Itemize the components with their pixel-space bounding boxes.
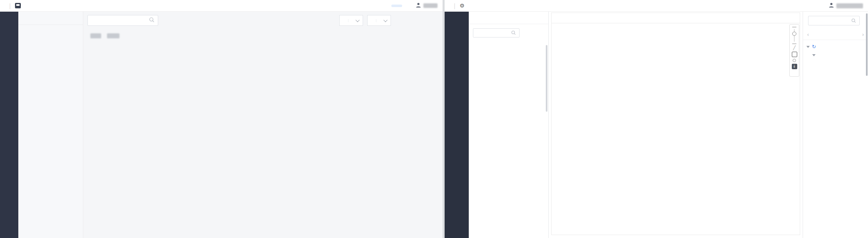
- monitor-module-icon: [15, 3, 21, 8]
- panel-title: [469, 12, 548, 24]
- panel-scrollbar[interactable]: [866, 13, 868, 76]
- category-blurred: [107, 33, 119, 38]
- user-name-blurred: [836, 3, 863, 8]
- algorithm-root-node[interactable]: ↻: [803, 43, 868, 51]
- fit-view-icon[interactable]: [792, 52, 797, 57]
- tabs-scroll-left-icon[interactable]: ‹: [807, 32, 809, 38]
- right-app-header: | ⚙: [445, 0, 868, 12]
- gear-icon: ⚙: [460, 3, 465, 9]
- filter-bar: [339, 15, 391, 26]
- search-icon[interactable]: [511, 29, 516, 37]
- pan-tool-icon[interactable]: ↓: [792, 64, 797, 69]
- indicator-menu-panel: [18, 12, 83, 238]
- tabs-scroll-right-icon[interactable]: ›: [862, 32, 864, 38]
- filter-indicator-status[interactable]: [367, 15, 391, 26]
- left-primary-sidebar: [0, 12, 18, 238]
- user-avatar-icon[interactable]: [828, 2, 834, 10]
- model-tree: [469, 43, 548, 238]
- model-group-panel: [469, 12, 549, 238]
- right-primary-sidebar: [445, 12, 469, 238]
- zoom-in-tick[interactable]: [792, 27, 796, 28]
- chevron-down-icon: [383, 18, 388, 22]
- panel-tabs: ‹ ›: [803, 29, 868, 40]
- connector-tool-icon[interactable]: ╱: [793, 46, 796, 50]
- model-search-input[interactable]: [473, 28, 520, 38]
- caret-down-icon[interactable]: [812, 54, 816, 56]
- caret-down-icon[interactable]: [806, 46, 810, 48]
- indicator-cards-grid: [85, 58, 436, 238]
- canvas-zoom-palette: ╱ ↓: [789, 24, 799, 77]
- filter-indicator-attribute[interactable]: [339, 15, 363, 26]
- chevron-down-icon: [356, 18, 360, 22]
- monitor-app-window: |: [0, 0, 443, 238]
- user-name-blurred: [423, 3, 438, 8]
- search-icon[interactable]: [149, 17, 154, 24]
- refresh-icon[interactable]: ↻: [812, 44, 816, 50]
- tree-scrollbar[interactable]: [546, 45, 547, 112]
- indicator-content: [83, 12, 443, 238]
- count-blurred: [90, 33, 101, 38]
- divider: |: [454, 2, 455, 9]
- algorithm-group-node[interactable]: [803, 51, 868, 59]
- algorithm-search-input[interactable]: [808, 16, 860, 25]
- nav-monitor-warning[interactable]: [391, 5, 402, 7]
- module-name: [15, 3, 23, 8]
- model-app-window: | ⚙: [445, 0, 868, 238]
- menu-title: [18, 12, 83, 25]
- canvas-toolbar: [551, 13, 800, 23]
- page: |: [0, 0, 868, 238]
- search-icon[interactable]: [851, 17, 856, 25]
- zoom-out-tick[interactable]: [792, 43, 796, 44]
- module-name: ⚙: [460, 3, 467, 9]
- user-avatar-icon[interactable]: [415, 2, 421, 10]
- algorithm-tree: ↻: [803, 43, 868, 238]
- divider: |: [9, 2, 11, 9]
- summary-row: [87, 33, 131, 38]
- zoom-slider-handle[interactable]: [792, 32, 796, 36]
- zoom-slider[interactable]: [794, 29, 795, 42]
- node-tool-icon[interactable]: [793, 59, 796, 62]
- left-app-header: |: [0, 0, 443, 12]
- flowchart-layer: [551, 23, 800, 235]
- keyword-search-input[interactable]: [87, 15, 158, 26]
- algorithm-panel: ‹ › ↻: [803, 12, 868, 238]
